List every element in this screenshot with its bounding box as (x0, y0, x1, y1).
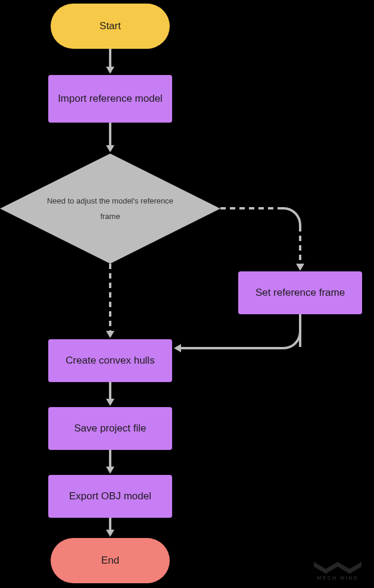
end-label: End (101, 553, 119, 568)
arrow-line (109, 450, 111, 468)
curve-connector (281, 329, 301, 349)
decision-label: Need to adjust the model's reference fra… (0, 154, 220, 264)
import-model-label: Import reference model (58, 92, 163, 106)
dashed-curve (281, 207, 301, 227)
start-node: Start (51, 4, 170, 49)
arrow-line (180, 347, 283, 349)
dashed-connector-no (109, 264, 111, 332)
export-obj-label: Export OBJ model (69, 489, 151, 503)
start-label: Start (99, 19, 121, 33)
watermark-text: MECH MIND (317, 575, 359, 581)
set-frame-node: Set reference frame (238, 271, 362, 314)
dashed-connector-yes-h (220, 207, 283, 209)
arrow-line (109, 518, 111, 531)
set-frame-label: Set reference frame (255, 286, 345, 300)
import-model-node: Import reference model (48, 75, 172, 123)
arrow-head (106, 331, 114, 338)
arrow-line (109, 123, 111, 146)
save-project-node: Save project file (48, 407, 172, 450)
watermark: MECH MIND (311, 561, 364, 581)
end-node: End (51, 538, 170, 583)
dashed-connector-yes-v (299, 226, 301, 265)
arrow-head (296, 264, 304, 271)
arrow-head (106, 530, 114, 537)
create-hulls-node: Create convex hulls (48, 339, 172, 382)
decision-node: Need to adjust the model's reference fra… (0, 154, 220, 264)
arrow-head (106, 467, 114, 474)
arrow-head (106, 145, 114, 152)
arrow-head (106, 399, 114, 406)
arrow-head (174, 344, 181, 352)
arrow-line (109, 382, 111, 400)
save-project-label: Save project file (74, 421, 147, 436)
arrow-line (109, 49, 111, 68)
export-obj-node: Export OBJ model (48, 475, 172, 518)
create-hulls-label: Create convex hulls (66, 354, 154, 368)
arrow-head (106, 67, 114, 74)
